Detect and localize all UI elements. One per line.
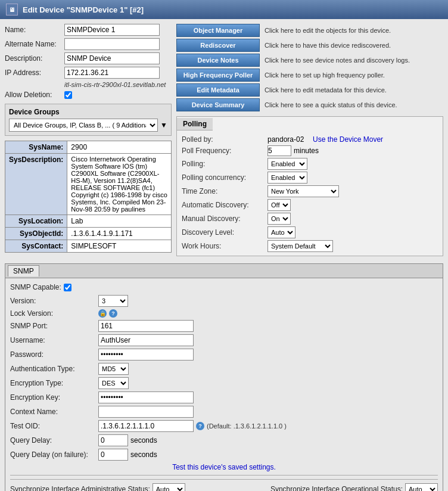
device-groups-title: Device Groups: [9, 108, 167, 116]
context-name-input[interactable]: [98, 406, 194, 418]
device-notes-desc: Click here to see device notes and disco…: [265, 57, 443, 64]
title-bar-title: Edit Device "SNMPDevice 1" [#2]: [23, 5, 144, 14]
hf-poller-desc: Click here to set up high frequency poll…: [265, 72, 443, 79]
rediscover-button[interactable]: Rediscover: [176, 39, 260, 52]
device-summary-desc: Click here to see a quick status of this…: [265, 101, 443, 108]
sysdesc-value: Cisco Internetwork Operating System Soft…: [67, 154, 172, 215]
test-oid-input[interactable]: [98, 420, 194, 432]
poll-freq-input[interactable]: [267, 145, 291, 156]
snmp-port-input[interactable]: [98, 320, 194, 332]
poll-freq-value: minutes: [267, 145, 438, 156]
enc-key-input[interactable]: [98, 391, 194, 403]
name-input[interactable]: [64, 24, 160, 36]
sysobj-value: .1.3.6.1.4.1.9.1.171: [67, 228, 172, 240]
device-notes-button[interactable]: Device Notes: [176, 54, 260, 67]
desc-input[interactable]: [64, 52, 160, 64]
ip-input[interactable]: [64, 67, 160, 79]
polling-concurrency-value: EnabledDisabled: [267, 172, 438, 184]
dg-dropdown-arrow: ▼: [160, 121, 167, 129]
query-delay-fail-input[interactable]: [98, 449, 128, 461]
work-hours-value: System Default: [267, 240, 438, 252]
sync-int-op-select[interactable]: Auto: [405, 483, 438, 491]
sysname-label: SysName:: [5, 141, 67, 154]
edit-metadata-button[interactable]: Edit Metadata: [176, 83, 260, 97]
itl-text: itl-sim-cis-rtr-2900xl-01.sevitlab.net: [64, 81, 172, 88]
polling-tab[interactable]: Polling: [177, 118, 213, 130]
poll-freq-label: Poll Frequency:: [182, 147, 265, 155]
device-summary-button[interactable]: Device Summary: [176, 98, 260, 111]
enc-type-select[interactable]: DESAESNone: [98, 377, 129, 389]
sysloc-label: SysLocation:: [5, 215, 67, 228]
enc-type-label: Encryption Type:: [10, 379, 94, 387]
sync-int-op-label: Synchronize Interface Operational Status…: [270, 485, 403, 491]
title-bar: 🖥 Edit Device "SNMPDevice 1" [#2]: [0, 0, 448, 19]
lock-info-icon[interactable]: ?: [109, 309, 117, 318]
username-label: Username:: [10, 336, 94, 344]
timezone-value: New York: [267, 185, 438, 197]
snmp-tab[interactable]: SNMP: [8, 265, 39, 276]
sysloc-value: Lab: [67, 215, 172, 228]
timezone-select[interactable]: New York: [267, 185, 339, 197]
work-hours-select[interactable]: System Default: [267, 240, 333, 252]
polling-concurrency-label: Polling concurrency:: [182, 173, 265, 182]
auth-type-label: Authentication Type:: [10, 365, 94, 373]
device-groups-dropdown[interactable]: All Device Groups, IP, Class B, ... ( 9 …: [9, 119, 158, 132]
syscontact-value: SIMPLESOFT: [67, 240, 172, 253]
snmp-version-select[interactable]: 312c: [98, 295, 128, 307]
name-label: Name:: [5, 26, 64, 34]
polling-section: Polling Polled by: pandora-02 Use the De…: [176, 116, 443, 256]
polled-by-value: pandora-02 Use the Device Mover: [267, 135, 438, 144]
allow-deletion-label: Allow Deletion:: [5, 91, 64, 99]
test-oid-info-icon[interactable]: ?: [196, 422, 204, 430]
context-name-label: Context Name:: [10, 408, 94, 416]
snmp-tab-bar: SNMP: [5, 264, 443, 278]
query-delay-label: Query Delay:: [10, 436, 94, 445]
syscontact-label: SysContact:: [5, 240, 67, 253]
lock-icon[interactable]: 🔒: [98, 309, 107, 318]
auto-disc-select[interactable]: OffOn: [267, 199, 291, 211]
allow-deletion-checkbox[interactable]: [64, 91, 72, 99]
polled-by-label: Polled by:: [182, 135, 265, 144]
disc-level-value: Auto: [267, 226, 438, 238]
password-label: Password:: [10, 350, 94, 359]
edit-metadata-desc: Click here to edit metadata for this dev…: [265, 86, 443, 94]
sysname-value: 2900: [67, 141, 172, 154]
hf-poller-button[interactable]: High Frequency Poller: [176, 69, 260, 82]
polling-concurrency-select[interactable]: EnabledDisabled: [267, 172, 307, 184]
work-hours-label: Work Hours:: [182, 242, 265, 250]
manual-disc-select[interactable]: OnOff: [267, 213, 291, 225]
title-bar-icon: 🖥: [6, 4, 18, 15]
object-manager-button[interactable]: Object Manager: [176, 24, 260, 37]
polling-select[interactable]: EnabledDisabled: [267, 158, 307, 170]
polling-label: Polling:: [182, 160, 265, 168]
auto-disc-value: OffOn: [267, 199, 438, 211]
polling-value: EnabledDisabled: [267, 158, 438, 170]
sync-int-admin-select[interactable]: Auto: [153, 483, 185, 491]
snmp-port-label: SNMP Port:: [10, 322, 94, 330]
desc-label: Description:: [5, 54, 64, 63]
sysobj-label: SysObjectId:: [5, 228, 67, 240]
sync-int-admin-label: Synchronize Interface Administrative Sta…: [10, 485, 150, 491]
password-input[interactable]: [98, 349, 194, 361]
query-delay-fail-unit: seconds: [130, 450, 157, 459]
test-settings-link[interactable]: Test this device's saved settings.: [10, 463, 438, 471]
snmp-capable-checkbox[interactable]: [64, 284, 71, 291]
sysdesc-label: SysDescription:: [5, 154, 67, 215]
disc-level-select[interactable]: Auto: [267, 226, 295, 238]
ip-label: IP Address:: [5, 69, 64, 77]
test-oid-label: Test OID:: [10, 422, 94, 430]
disc-level-label: Discovery Level:: [182, 228, 265, 237]
altname-input[interactable]: [64, 38, 160, 50]
query-delay-input[interactable]: [98, 434, 128, 446]
altname-label: Alternate Name:: [5, 40, 64, 48]
lock-version-label: Lock Version:: [10, 309, 94, 318]
timezone-label: Time Zone:: [182, 187, 265, 195]
auto-disc-label: Automatic Discovery:: [182, 201, 265, 209]
rediscover-desc: Click here to have this device rediscove…: [265, 42, 443, 49]
enc-key-label: Encryption Key:: [10, 393, 94, 402]
mover-link[interactable]: Use the Device Mover: [313, 135, 383, 144]
username-input[interactable]: [98, 334, 194, 346]
auth-type-select[interactable]: MD5SHANone: [98, 363, 129, 375]
manual-disc-value: OnOff: [267, 213, 438, 225]
manual-disc-label: Manual Discovery:: [182, 215, 265, 223]
